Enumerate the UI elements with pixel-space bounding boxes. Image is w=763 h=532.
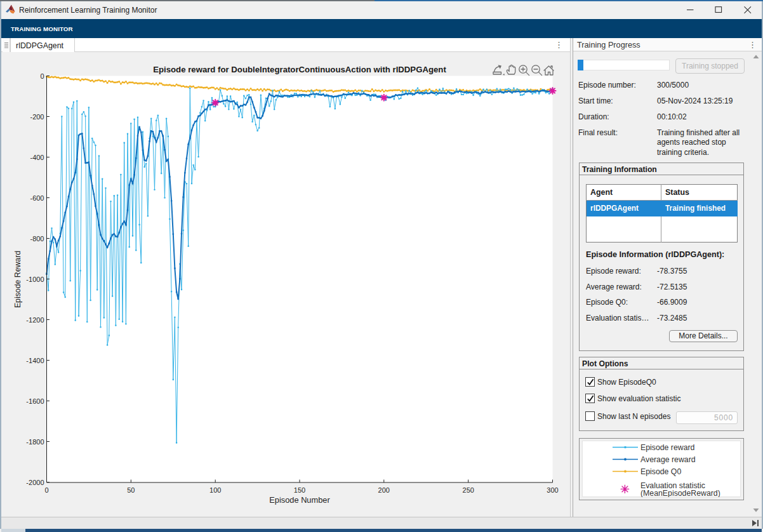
svg-text:200: 200	[378, 486, 390, 494]
svg-text:0: 0	[44, 486, 48, 494]
svg-text:-1200: -1200	[26, 316, 44, 324]
svg-text:250: 250	[463, 486, 474, 494]
svg-text:Episode Reward: Episode Reward	[13, 251, 22, 308]
svg-text:0: 0	[40, 72, 44, 80]
svg-text:-1000: -1000	[26, 276, 44, 283]
svg-text:Episode reward: Episode reward	[640, 443, 695, 452]
svg-text:-1600: -1600	[26, 397, 44, 405]
svg-text:100: 100	[209, 486, 221, 494]
svg-text:-1400: -1400	[26, 357, 44, 364]
svg-text:-200: -200	[30, 113, 44, 121]
svg-text:Episode reward for DoubleInteg: Episode reward for DoubleIntegratorConti…	[153, 65, 446, 74]
svg-text:50: 50	[127, 486, 135, 494]
svg-text:Average reward: Average reward	[640, 455, 696, 464]
svg-text:Episode Q0: Episode Q0	[640, 467, 681, 476]
svg-text:-2000: -2000	[26, 479, 44, 486]
svg-text:Episode Number: Episode Number	[269, 495, 330, 505]
svg-text:300: 300	[547, 486, 558, 494]
svg-text:-400: -400	[30, 154, 44, 161]
svg-text:150: 150	[294, 486, 305, 494]
svg-text:-600: -600	[30, 194, 44, 202]
svg-text:-800: -800	[30, 235, 44, 243]
svg-text:-1800: -1800	[26, 438, 44, 446]
svg-text:(MeanEpisodeReward): (MeanEpisodeReward)	[640, 489, 720, 497]
